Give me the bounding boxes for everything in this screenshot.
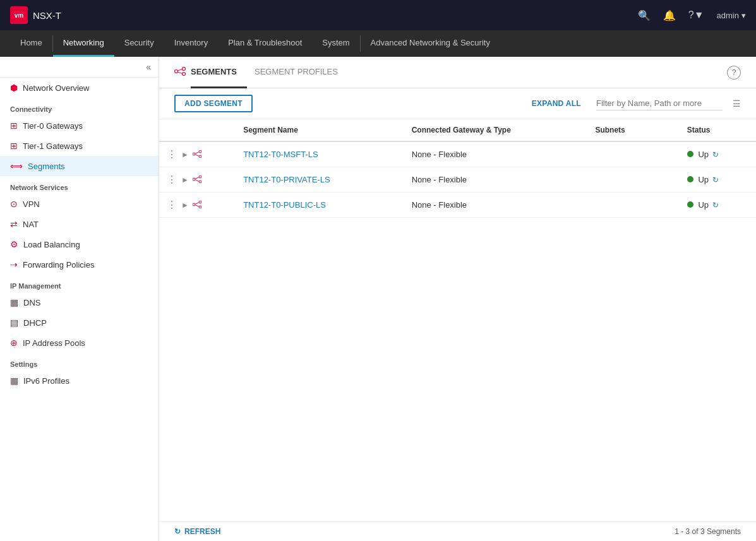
help-icon[interactable]: ?▼ [688,9,704,21]
row3-subnets-cell [587,193,679,218]
nav-security[interactable]: Security [114,30,164,57]
sidebar-collapse-button[interactable]: « [146,62,151,72]
row3-dots-menu[interactable]: ⋮ [167,199,177,211]
sidebar-section-connectivity: Connectivity [0,98,159,116]
row1-segment-icon [193,150,201,160]
table-row: ⋮ ► [159,167,756,193]
content-area: SEGMENTS SEGMENT PROFILES ? ADD SEGMENT … [159,57,756,541]
row3-expand-chevron[interactable]: ► [181,201,189,210]
svg-point-15 [193,203,195,206]
sidebar-item-load-balancing[interactable]: ⚙ Load Balancing [0,234,159,254]
row2-gateway-cell: None - Flexible [404,167,588,193]
row1-dots-menu[interactable]: ⋮ [167,148,177,160]
row1-expand-chevron[interactable]: ► [181,150,189,159]
sidebar-collapse-area: « [0,57,159,78]
row1-name-cell: TNT12-T0-MSFT-LS [236,141,404,167]
sidebar-item-forwarding-policies[interactable]: ⇢ Forwarding Policies [0,254,159,275]
expand-all-button[interactable]: EXPAND ALL [532,99,581,108]
sidebar-item-dns[interactable]: ▦ DNS [0,292,159,312]
nav-networking[interactable]: Networking [53,30,114,57]
sidebar-item-tier0-gateways[interactable]: ⊞ Tier-0 Gateways [0,116,159,136]
row3-status-refresh[interactable]: ↻ [712,201,719,210]
row3-actions: ⋮ ► [167,199,228,211]
row1-status-refresh[interactable]: ↻ [712,150,719,159]
sidebar-item-label: Tier-0 Gateways [23,121,83,131]
lb-icon: ⚙ [10,239,18,249]
row3-actions-cell: ⋮ ► [159,193,236,218]
sidebar-item-tier1-gateways[interactable]: ⊞ Tier-1 Gateways [0,136,159,156]
sidebar-item-label: IP Address Pools [23,338,85,348]
tier1-icon: ⊞ [10,141,18,151]
sidebar-item-dhcp[interactable]: ▤ DHCP [0,312,159,333]
table-header-row: Segment Name Connected Gateway & Type Su… [159,119,756,141]
svg-line-14 [195,179,199,181]
row2-status-refresh[interactable]: ↻ [712,175,719,184]
row3-status-label: Up [698,200,709,210]
filter-input[interactable] [596,97,723,110]
row2-name-cell: TNT12-T0-PRIVATE-LS [236,167,404,193]
tab-segments-label: SEGMENTS [191,67,237,76]
row2-subnets-cell [587,167,679,193]
svg-line-19 [195,205,199,206]
app-title: NSX-T [33,10,61,21]
vpn-icon: ⊙ [10,199,18,209]
row3-segment-name-link[interactable]: TNT12-T0-PUBLIC-LS [243,200,326,210]
user-menu[interactable]: admin ▾ [717,11,746,20]
row2-status-cell: Up ↻ [680,167,756,193]
segments-table: Segment Name Connected Gateway & Type Su… [159,119,756,218]
sidebar-item-segments[interactable]: ⟺ Segments [0,156,159,176]
filter-icon[interactable]: ☰ [733,98,741,109]
segments-icon: ⟺ [10,161,23,171]
nav-system[interactable]: System [312,30,359,57]
help-button[interactable]: ? [727,66,741,80]
refresh-label: REFRESH [184,527,220,536]
row1-status-cell: Up ↻ [680,141,756,167]
sidebar-section-network-services: Network Services [0,176,159,194]
row2-expand-chevron[interactable]: ► [181,175,189,184]
tab-segment-profiles[interactable]: SEGMENT PROFILES [255,57,348,88]
row2-segment-icon [193,175,201,185]
navbar: Home Networking Security Inventory Plan … [0,30,756,57]
row2-status-dot [687,176,693,182]
svg-point-5 [193,153,195,155]
row3-gateway-cell: None - Flexible [404,193,588,218]
row2-actions-cell: ⋮ ► [159,167,236,193]
main-layout: « ⬢ Network Overview Connectivity ⊞ Tier… [0,57,756,541]
app-logo: vm NSX-T [10,6,61,24]
table-row: ⋮ ► [159,141,756,167]
svg-line-8 [195,152,199,153]
tab-segments[interactable]: SEGMENTS [191,57,247,88]
sidebar-item-nat[interactable]: ⇄ NAT [0,214,159,234]
svg-line-4 [178,72,183,74]
topbar-actions: 🔍 🔔 ?▼ admin ▾ [638,9,746,21]
nav-inventory[interactable]: Inventory [164,30,218,57]
col-header-status: Status [680,119,756,141]
row3-name-cell: TNT12-T0-PUBLIC-LS [236,193,404,218]
search-icon[interactable]: 🔍 [638,9,651,21]
dhcp-icon: ▤ [10,318,18,328]
sidebar-item-label: Load Balancing [23,240,80,249]
row2-dots-menu[interactable]: ⋮ [167,174,177,186]
sidebar-item-label: Segments [28,162,65,171]
sidebar-item-ip-address-pools[interactable]: ⊕ IP Address Pools [0,333,159,353]
svg-point-7 [199,155,201,158]
row3-status-cell: Up ↻ [680,193,756,218]
toolbar: ADD SEGMENT EXPAND ALL ☰ [159,88,756,119]
refresh-button[interactable]: ↻ REFRESH [174,527,220,536]
row2-status-label: Up [698,175,709,184]
bell-icon[interactable]: 🔔 [663,9,676,21]
user-chevron: ▾ [741,11,746,20]
sidebar-item-vpn[interactable]: ⊙ VPN [0,194,159,214]
sidebar-item-network-overview[interactable]: ⬢ Network Overview [0,78,159,98]
col-header-actions [159,119,236,141]
svg-point-11 [199,175,201,178]
sidebar-item-ipv6-profiles[interactable]: ▦ IPv6 Profiles [0,371,159,391]
row1-segment-name-link[interactable]: TNT12-T0-MSFT-LS [243,150,318,159]
nav-home[interactable]: Home [10,30,52,57]
nav-plan[interactable]: Plan & Troubleshoot [218,30,312,57]
row2-segment-name-link[interactable]: TNT12-T0-PRIVATE-LS [243,175,330,184]
page-info: 1 - 3 of 3 Segments [675,527,741,536]
nav-advanced[interactable]: Advanced Networking & Security [361,30,500,57]
add-segment-button[interactable]: ADD SEGMENT [174,95,253,112]
sidebar-section-settings: Settings [0,353,159,371]
